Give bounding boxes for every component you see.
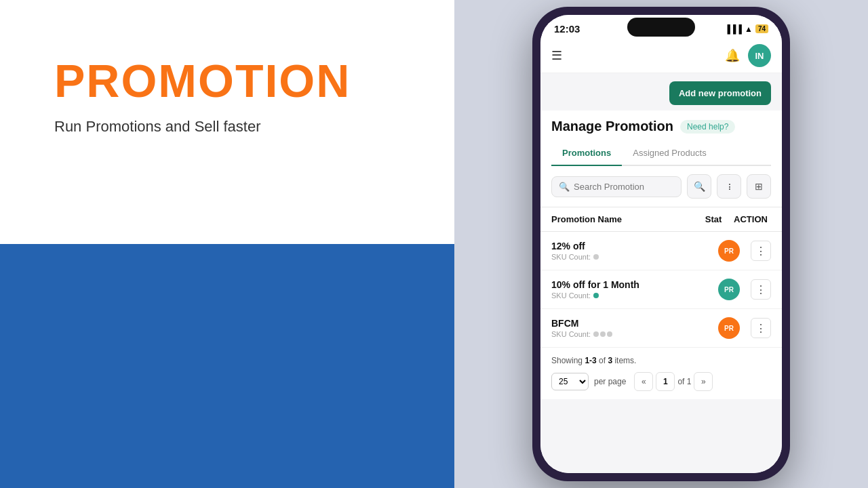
phone-screen: 12:03 ▐▐▐ ▲ 74 ☰ 🔔 IN A: [540, 15, 782, 473]
col-header-action: ACTION: [730, 214, 771, 224]
promotion-name: 10% off for 1 Month: [551, 279, 718, 290]
row-info: 12% off SKU Count:: [551, 241, 718, 261]
status-icons: ▐▐▐ ▲ 74: [724, 24, 768, 34]
search-button[interactable]: 🔍: [687, 174, 711, 199]
col-header-name: Promotion Name: [551, 214, 696, 224]
sku-label: SKU Count:: [551, 330, 718, 338]
search-icon: 🔍: [559, 182, 570, 192]
status-bar: 12:03 ▐▐▐ ▲ 74: [540, 15, 782, 39]
header-right: 🔔 IN: [725, 44, 771, 67]
table-row: 10% off for 1 Month SKU Count: PR ⋮: [540, 270, 782, 309]
page-range: 1-3: [585, 356, 596, 365]
main-subtitle: Run Promotions and Sell faster: [54, 118, 414, 136]
per-page-select[interactable]: 25 50 100: [551, 373, 589, 390]
action-menu-button[interactable]: ⋮: [751, 318, 771, 338]
notch: [627, 18, 695, 37]
sku-label: SKU Count:: [551, 291, 718, 300]
row-info: 10% off for 1 Month SKU Count:: [551, 279, 718, 300]
search-input-wrap: 🔍: [551, 176, 682, 197]
sku-dot: [593, 293, 599, 298]
pagination-row: 25 50 100 per page « 1 of 1 »: [551, 372, 771, 391]
columns-button[interactable]: ⊞: [747, 174, 771, 199]
tabs-container: Promotions Assigned Products: [551, 142, 771, 166]
sku-dot: [593, 331, 599, 337]
phone-frame: 12:03 ▐▐▐ ▲ 74 ☰ 🔔 IN A: [532, 7, 790, 481]
sku-dot: [607, 331, 612, 337]
promotion-name: BFCM: [551, 318, 718, 329]
help-badge[interactable]: Need help?: [680, 120, 735, 134]
page-prev-prev-button[interactable]: «: [634, 372, 653, 391]
status-badge: PR: [718, 317, 740, 339]
page-next-next-button[interactable]: »: [694, 372, 713, 391]
sku-dot: [600, 331, 606, 337]
tab-promotions[interactable]: Promotions: [551, 142, 622, 166]
top-bar: Add new promotion: [540, 73, 782, 110]
bell-icon[interactable]: 🔔: [725, 48, 740, 63]
left-panel: PROMOTION Run Promotions and Sell faster: [0, 0, 454, 488]
filter-button[interactable]: ⫶: [717, 174, 741, 199]
page-nav: « 1 of 1 »: [634, 372, 713, 391]
battery-badge: 74: [755, 24, 768, 33]
sku-dots: [593, 293, 599, 298]
page-of: of 1: [677, 377, 691, 386]
sku-label: SKU Count:: [551, 253, 718, 261]
content-area: Add new promotion Manage Promotion Need …: [540, 73, 782, 473]
wifi-icon: ▲: [745, 24, 753, 34]
row-info: BFCM SKU Count:: [551, 318, 718, 338]
col-header-status: Stat: [696, 214, 730, 224]
right-panel: 12:03 ▐▐▐ ▲ 74 ☰ 🔔 IN A: [454, 0, 868, 488]
main-title: PROMOTION: [54, 54, 414, 107]
status-time: 12:03: [554, 23, 580, 35]
pagination-section: Showing 1-3 of 3 items. 25 50 100 per pa…: [540, 348, 782, 399]
tab-assigned-products[interactable]: Assigned Products: [622, 142, 717, 166]
sku-dots: [593, 331, 612, 337]
search-row: 🔍 🔍 ⫶ ⊞: [540, 166, 782, 207]
status-badge: PR: [718, 279, 740, 300]
page-current: 1: [656, 372, 675, 391]
sku-dot: [593, 254, 599, 260]
search-input[interactable]: [574, 182, 674, 192]
manage-section: Manage Promotion Need help? Promotions A…: [540, 110, 782, 166]
signal-icon: ▐▐▐: [724, 24, 742, 34]
per-page-label: per page: [594, 377, 626, 386]
app-header: ☰ 🔔 IN: [540, 39, 782, 73]
table-row: BFCM SKU Count: PR ⋮: [540, 309, 782, 348]
promotions-table: Promotion Name Stat ACTION 12% off SKU C…: [540, 207, 782, 348]
manage-title: Manage Promotion: [551, 119, 673, 134]
total-items: 3: [608, 356, 612, 365]
manage-title-row: Manage Promotion Need help?: [551, 119, 771, 134]
action-menu-button[interactable]: ⋮: [751, 279, 771, 300]
promotion-name: 12% off: [551, 241, 718, 251]
action-menu-button[interactable]: ⋮: [751, 241, 771, 261]
status-badge: PR: [718, 240, 740, 262]
avatar[interactable]: IN: [748, 44, 771, 67]
showing-text: Showing 1-3 of 3 items.: [551, 356, 771, 365]
add-promotion-button[interactable]: Add new promotion: [669, 81, 771, 105]
table-header: Promotion Name Stat ACTION: [540, 207, 782, 232]
sku-dots: [593, 254, 599, 260]
hamburger-icon[interactable]: ☰: [551, 48, 562, 63]
table-row: 12% off SKU Count: PR ⋮: [540, 232, 782, 270]
